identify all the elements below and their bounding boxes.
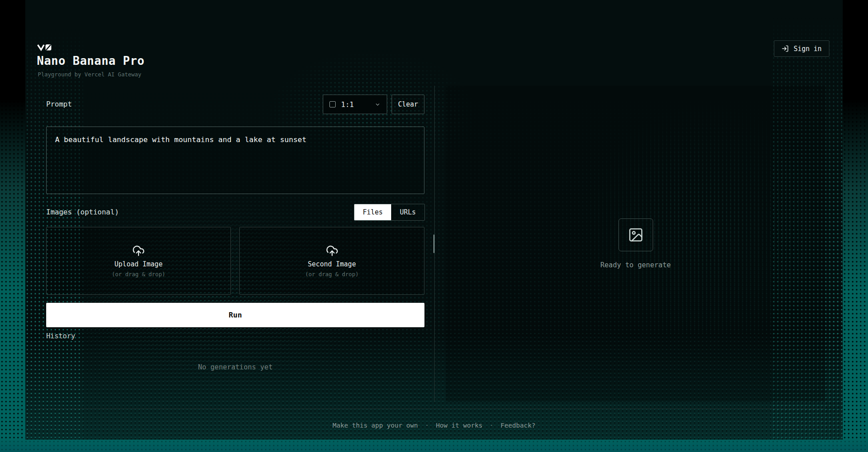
footer-separator: · (490, 422, 494, 429)
footer-link-how-it-works[interactable]: How it works (436, 422, 483, 429)
clear-button[interactable]: Clear (392, 95, 424, 114)
app-card: Nano Banana Pro Playground by Vercel AI … (25, 0, 843, 440)
output-placeholder-box (618, 218, 653, 251)
tab-files[interactable]: Files (354, 204, 391, 220)
footer-link-make-your-own[interactable]: Make this app your own (333, 422, 418, 429)
aspect-ratio-value: 1:1 (341, 100, 354, 109)
upload-zone-title: Second Image (308, 260, 356, 268)
images-optional-label: Images (optional) (46, 203, 119, 221)
footer-links: Make this app your own · How it works · … (25, 416, 843, 434)
footer-divider (37, 408, 824, 409)
upload-zone-title: Upload Image (115, 260, 163, 268)
footer-link-feedback[interactable]: Feedback? (500, 422, 535, 429)
output-status-text: Ready to generate (600, 261, 671, 269)
background-halftone-left (0, 0, 25, 452)
chevron-down-icon (375, 102, 380, 107)
footer-separator: · (425, 422, 429, 429)
v0-logo-icon (37, 44, 52, 52)
panel-resize-handle[interactable] (433, 234, 435, 253)
upload-zone-hint: (or drag & drop) (305, 271, 358, 278)
history-label: History (46, 332, 75, 340)
page-title: Nano Banana Pro (37, 54, 144, 67)
image-icon (628, 227, 644, 243)
halftone-wave-left (43, 191, 380, 404)
background-teal-bottom-bar (0, 440, 868, 452)
cloud-upload-icon (326, 245, 338, 257)
image-source-toggle: Files URLs (354, 204, 425, 221)
sign-in-label: Sign in (793, 45, 821, 53)
cloud-upload-icon (132, 245, 145, 257)
prompt-textarea[interactable]: A beautiful landscape with mountains and… (46, 127, 424, 194)
run-button[interactable]: Run (46, 303, 424, 327)
tab-urls[interactable]: URLs (391, 204, 424, 220)
square-ratio-icon (329, 101, 336, 107)
second-image-dropzone[interactable]: Second Image (or drag & drop) (239, 227, 424, 295)
page-subtitle: Playground by Vercel AI Gateway (38, 71, 141, 78)
sign-in-button[interactable]: Sign in (774, 40, 829, 57)
aspect-ratio-select[interactable]: 1:1 (323, 95, 387, 114)
log-in-icon (781, 45, 789, 52)
upload-image-dropzone[interactable]: Upload Image (or drag & drop) (46, 227, 231, 295)
background-halftone-right (843, 0, 868, 452)
history-empty-text: No generations yet (46, 363, 424, 371)
upload-zone-hint: (or drag & drop) (112, 271, 165, 278)
output-panel: Ready to generate (446, 86, 825, 402)
prompt-label: Prompt (46, 95, 72, 114)
